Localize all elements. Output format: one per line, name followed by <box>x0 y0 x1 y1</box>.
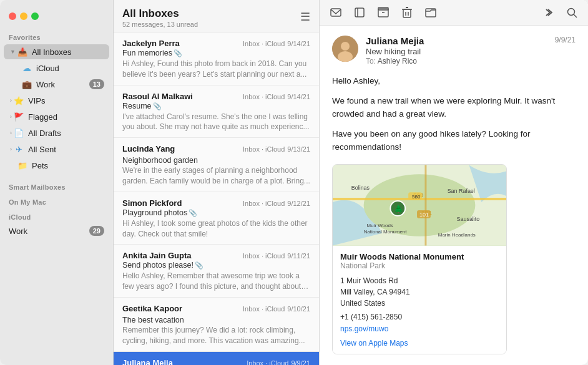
search-icon[interactable] <box>566 6 578 19</box>
message-preview: I've attached Carol's resume. She's the … <box>122 112 310 133</box>
message-mailbox: Inbox · iCloud <box>243 252 285 260</box>
sidebar-item-label: Pets <box>32 161 104 170</box>
message-item[interactable]: Ankita Jain Gupta Inbox · iCloud 9/11/21… <box>114 245 319 298</box>
more-icon[interactable] <box>542 6 554 19</box>
email-body-paragraph2: Have you been on any good hikes lately? … <box>332 127 576 154</box>
move-icon[interactable] <box>424 6 437 19</box>
detail-content: Juliana Mejia New hiking trail To: Ashle… <box>320 26 588 365</box>
icloud-icon: ☁ <box>21 62 32 74</box>
sidebar-item-label: All Drafts <box>28 129 104 138</box>
message-item[interactable]: Lucinda Yang Inbox · iCloud 9/13/21 Neig… <box>114 138 319 192</box>
message-subject: Playground photos <box>122 208 187 217</box>
sidebar-item-work-section[interactable]: Work 29 <box>4 224 109 238</box>
message-item[interactable]: Jackelyn Perra Inbox · iCloud 9/14/21 Fu… <box>114 32 319 85</box>
sidebar-item-flagged[interactable]: › 🚩 Flagged <box>4 109 109 124</box>
email-body: Hello Ashley, We found a new trail when … <box>332 74 576 154</box>
flagged-icon: 🚩 <box>13 111 24 122</box>
message-mailbox: Inbox · iCloud <box>243 145 285 153</box>
message-date: 9/13/21 <box>287 145 310 153</box>
vips-icon: ⭐ <box>13 95 24 106</box>
attachment-icon: 📎 <box>189 209 197 217</box>
message-sender: Juliana Mejia <box>122 358 173 365</box>
message-item-selected[interactable]: Juliana Mejia Inbox · iCloud 9/9/21 New … <box>114 352 319 365</box>
message-item[interactable]: Simon Pickford Inbox · iCloud 9/12/21 Pl… <box>114 192 319 245</box>
attachment-icon: 📎 <box>153 102 162 110</box>
message-items: Jackelyn Perra Inbox · iCloud 9/14/21 Fu… <box>114 32 319 365</box>
map-name: Muir Woods National Monument <box>340 252 499 261</box>
email-header: Juliana Mejia New hiking trail To: Ashle… <box>332 36 576 66</box>
sidebar-item-icloud[interactable]: ☁ iCloud <box>4 61 109 75</box>
compose-icon[interactable] <box>353 6 366 19</box>
apple-maps-link[interactable]: View on Apple Maps <box>340 339 499 348</box>
message-list-title: All Inboxes <box>122 7 198 20</box>
message-subject: Send photos please! <box>122 261 194 270</box>
on-my-mac-label: On My Mac <box>0 193 113 208</box>
message-preview: We're in the early stages of planning a … <box>122 165 310 187</box>
message-subject: Neighborhood garden <box>122 156 198 165</box>
message-date: 9/9/21 <box>291 359 310 365</box>
map-card: 580 580 101 101 🌲 Bolinas Muir Woods Nat… <box>332 164 507 354</box>
message-list: All Inboxes 52 messages, 13 unread ☰ Jac… <box>114 0 320 365</box>
map-address: 1 Muir Woods Rd Mill Valley, CA 94941 Un… <box>340 275 499 309</box>
detail-pane: Juliana Mejia New hiking trail To: Ashle… <box>320 0 588 365</box>
svg-text:580: 580 <box>412 194 421 200</box>
favorites-section-label: Favorites <box>0 29 113 44</box>
maximize-button[interactable] <box>31 12 39 20</box>
sidebar-item-all-drafts[interactable]: › 📄 All Drafts <box>4 125 109 140</box>
sidebar: Favorites ▼ 📥 All Inboxes ☁ iCloud 💼 Wor… <box>0 0 114 365</box>
chevron-icon: › <box>10 130 12 136</box>
reply-icon[interactable] <box>330 6 342 19</box>
email-subject-line: New hiking trail <box>366 47 549 56</box>
close-button[interactable] <box>9 12 16 20</box>
svg-point-12 <box>568 9 575 16</box>
map-phone: +1 (415) 561-2850 <box>340 313 499 321</box>
message-sender: Ankita Jain Gupta <box>122 251 192 260</box>
archive-icon[interactable] <box>377 6 390 19</box>
message-item[interactable]: Rasoul Al Malkawi Inbox · iCloud 9/14/21… <box>114 85 319 139</box>
minimize-button[interactable] <box>20 12 27 20</box>
message-mailbox: Inbox · iCloud <box>243 93 285 100</box>
all-inboxes-icon: 📥 <box>17 46 28 57</box>
sidebar-item-all-sent[interactable]: › ✈ All Sent <box>4 142 109 157</box>
svg-text:Bolinas: Bolinas <box>351 185 370 191</box>
message-preview: Hi Ashley, Found this photo from back in… <box>122 59 310 80</box>
message-mailbox: Inbox · iCloud <box>247 359 288 365</box>
message-subject: Resume <box>122 102 152 110</box>
attachment-icon: 📎 <box>195 261 203 270</box>
svg-text:San Rafael: San Rafael <box>448 188 475 194</box>
sidebar-item-vips[interactable]: › ⭐ VIPs <box>4 93 109 108</box>
traffic-lights <box>0 7 113 29</box>
svg-text:Muir Woods: Muir Woods <box>367 223 393 228</box>
delete-icon[interactable] <box>401 6 413 19</box>
svg-text:Sausalito: Sausalito <box>457 216 480 222</box>
email-date: 9/9/21 <box>555 36 576 44</box>
map-type: National Park <box>340 261 499 270</box>
chevron-icon: ▼ <box>10 49 16 55</box>
email-header-info: Juliana Mejia New hiking trail To: Ashle… <box>366 36 549 66</box>
icloud-section-label: iCloud <box>0 208 113 223</box>
filter-icon[interactable]: ☰ <box>300 10 310 24</box>
message-mailbox: Inbox · iCloud <box>243 200 285 207</box>
email-body-greeting: Hello Ashley, <box>332 74 576 88</box>
svg-text:Marin Headlands: Marin Headlands <box>438 232 476 238</box>
sidebar-item-work[interactable]: 💼 Work 13 <box>4 77 109 92</box>
sidebar-item-label: All Inboxes <box>32 47 104 57</box>
work-badge: 13 <box>89 79 104 89</box>
chevron-icon: › <box>10 114 12 120</box>
message-sender: Jackelyn Perra <box>122 39 180 48</box>
email-to: To: Ashley Rico <box>366 57 549 66</box>
message-item[interactable]: Geetika Kapoor Inbox · iCloud 9/10/21 Th… <box>114 298 319 352</box>
sidebar-item-label: iCloud <box>36 64 104 73</box>
email-from: Juliana Mejia <box>366 36 549 46</box>
sidebar-item-all-inboxes[interactable]: ▼ 📥 All Inboxes <box>4 44 109 59</box>
avatar <box>332 36 358 62</box>
smart-mailboxes-label: Smart Mailboxes <box>0 178 113 193</box>
map-website-link[interactable]: nps.gov/muwo <box>340 324 388 333</box>
detail-toolbar <box>320 0 588 26</box>
message-sender: Simon Pickford <box>122 198 182 208</box>
sidebar-item-pets[interactable]: 📁 Pets <box>4 158 109 173</box>
message-preview: Hello Ashley, Remember that awesome trip… <box>122 271 310 292</box>
svg-rect-6 <box>403 9 411 17</box>
map-address-line3: United States <box>340 299 385 308</box>
message-mailbox: Inbox · iCloud <box>243 40 285 47</box>
